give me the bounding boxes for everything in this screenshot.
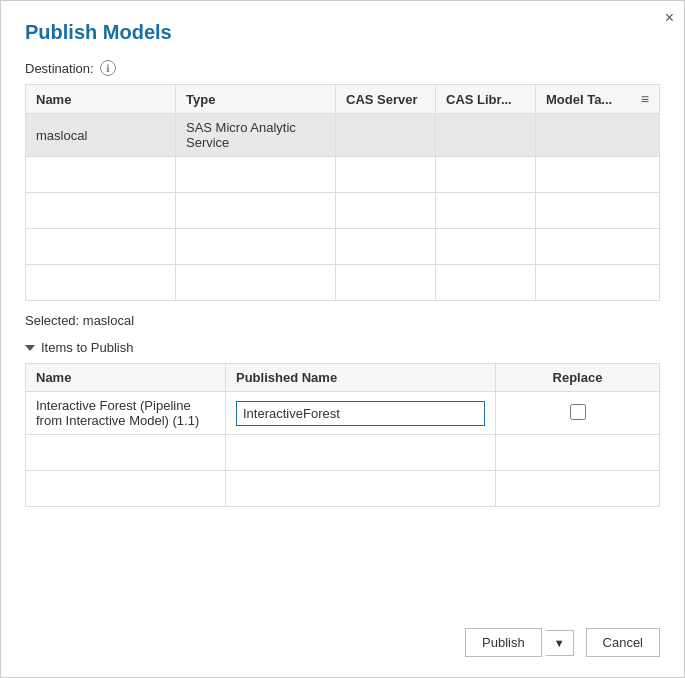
items-col-name: Name [26, 364, 226, 392]
table-row[interactable] [26, 229, 660, 265]
items-row [26, 435, 660, 471]
items-col-replace: Replace [496, 364, 660, 392]
table-row[interactable] [26, 265, 660, 301]
dialog-title: Publish Models [25, 21, 660, 44]
close-button[interactable]: × [665, 9, 674, 27]
table-row[interactable] [26, 157, 660, 193]
item-pubname-cell [226, 392, 496, 435]
items-header-label: Items to Publish [41, 340, 134, 355]
cancel-button[interactable]: Cancel [586, 628, 660, 657]
dest-col-type: Type [176, 85, 336, 114]
items-row [26, 471, 660, 507]
column-menu-icon[interactable]: ≡ [641, 91, 649, 107]
collapse-icon [25, 345, 35, 351]
replace-checkbox[interactable] [570, 404, 586, 420]
destination-table: Name Type CAS Server CAS Libr... Model T… [25, 84, 660, 301]
dest-cell-caslib [436, 114, 536, 157]
destination-label: Destination: [25, 61, 94, 76]
dest-cell-type: SAS Micro Analytic Service [176, 114, 336, 157]
dialog-footer: Publish ▼ Cancel [25, 612, 660, 657]
publish-models-dialog: × Publish Models Destination: ℹ Name Typ… [0, 0, 685, 678]
items-col-pubname: Published Name [226, 364, 496, 392]
dest-col-caslib: CAS Libr... [436, 85, 536, 114]
dest-col-cas: CAS Server [336, 85, 436, 114]
publish-button[interactable]: Publish [465, 628, 542, 657]
items-to-publish-header[interactable]: Items to Publish [25, 340, 660, 355]
dest-col-name: Name [26, 85, 176, 114]
publish-dropdown-button[interactable]: ▼ [546, 630, 574, 656]
items-section: Items to Publish Name Published Name Rep… [25, 340, 660, 507]
items-table: Name Published Name Replace Interactive … [25, 363, 660, 507]
items-row: Interactive Forest (Pipeline from Intera… [26, 392, 660, 435]
table-row[interactable] [26, 193, 660, 229]
dest-cell-name: maslocal [26, 114, 176, 157]
dest-col-model: Model Ta... ≡ [536, 85, 660, 114]
selected-text: Selected: maslocal [25, 313, 660, 328]
dest-cell-model [536, 114, 660, 157]
item-replace-cell [496, 392, 660, 435]
item-name-cell: Interactive Forest (Pipeline from Intera… [26, 392, 226, 435]
info-icon[interactable]: ℹ [100, 60, 116, 76]
destination-row: Destination: ℹ [25, 60, 660, 76]
published-name-input[interactable] [236, 401, 485, 426]
dest-cell-cas [336, 114, 436, 157]
table-row[interactable]: maslocal SAS Micro Analytic Service [26, 114, 660, 157]
